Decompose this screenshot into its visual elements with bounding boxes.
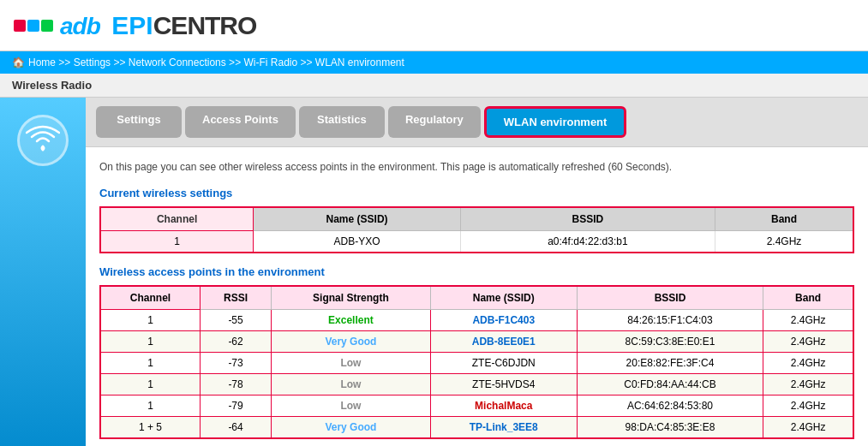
env-table-row: 1 -78 Low ZTE-5HVDS4 C0:FD:84:AA:44:CB 2… — [100, 374, 853, 395]
env-signal: Low — [272, 374, 431, 395]
logo-squares — [14, 20, 53, 32]
env-table-row: 1 -79 Low MichalMaca AC:64:62:84:53:80 2… — [100, 395, 853, 417]
env-table-row: 1 -62 Very Good ADB-8EE0E1 8C:59:C3:8E:E… — [100, 331, 853, 353]
section-title: Wireless Radio — [0, 74, 868, 98]
env-name: TP-Link_3EE8 — [430, 417, 577, 439]
current-col-name: Name (SSID) — [254, 207, 461, 231]
env-table-row: 1 -55 Excellent ADB-F1C403 84:26:15:F1:C… — [100, 310, 853, 331]
current-band: 2.4GHz — [715, 231, 853, 253]
tab-statistics[interactable]: Statistics — [299, 106, 385, 138]
env-rssi: -78 — [201, 374, 272, 395]
env-signal: Very Good — [272, 417, 431, 439]
env-col-rssi: RSSI — [201, 286, 272, 310]
current-col-bssid: BSSID — [460, 207, 715, 231]
logo-sq-green — [41, 20, 53, 32]
env-rssi: -79 — [201, 395, 272, 417]
env-rssi: -73 — [201, 353, 272, 374]
logo: adb EPICENTRO — [14, 11, 256, 40]
environment-title: Wireless access points in the environmen… — [99, 265, 854, 278]
env-col-channel: Channel — [100, 286, 201, 310]
header: adb EPICENTRO — [0, 0, 868, 51]
env-bssid: 8C:59:C3:8E:E0:E1 — [577, 331, 763, 353]
env-bssid: C0:FD:84:AA:44:CB — [577, 374, 763, 395]
current-channel: 1 — [100, 231, 254, 253]
env-table-row: 1 -73 Low ZTE-C6DJDN 20:E8:82:FE:3F:C4 2… — [100, 353, 853, 374]
env-bssid: 20:E8:82:FE:3F:C4 — [577, 353, 763, 374]
content-area: Settings Access Points Statistics Regula… — [86, 98, 868, 446]
home-icon: 🏠 — [12, 56, 25, 68]
tab-settings[interactable]: Settings — [96, 106, 182, 138]
env-col-bssid: BSSID — [577, 286, 763, 310]
env-name: ZTE-C6DJDN — [430, 353, 577, 374]
env-channel: 1 — [100, 353, 201, 374]
breadcrumb: 🏠 Home >> Settings >> Network Connection… — [0, 51, 868, 74]
breadcrumb-text: Home >> Settings >> Network Connections … — [28, 56, 404, 68]
env-col-signal: Signal Strength — [272, 286, 431, 310]
env-band: 2.4GHz — [763, 353, 853, 374]
env-channel: 1 + 5 — [100, 417, 201, 439]
env-name: ADB-8EE0E1 — [430, 331, 577, 353]
env-signal: Excellent — [272, 310, 431, 331]
wifi-symbol — [26, 122, 60, 159]
tab-bar: Settings Access Points Statistics Regula… — [86, 98, 868, 147]
tab-regulatory[interactable]: Regulatory — [388, 106, 481, 138]
page-description: On this page you can see other wireless … — [99, 159, 854, 175]
inner-content: On this page you can see other wireless … — [86, 147, 868, 446]
wifi-icon-container — [17, 115, 69, 166]
env-signal: Low — [272, 395, 431, 417]
env-band: 2.4GHz — [763, 374, 853, 395]
env-channel: 1 — [100, 331, 201, 353]
env-band: 2.4GHz — [763, 417, 853, 439]
env-band: 2.4GHz — [763, 331, 853, 353]
env-rssi: -62 — [201, 331, 272, 353]
env-bssid: 84:26:15:F1:C4:03 — [577, 310, 763, 331]
logo-sq-red — [14, 20, 26, 32]
env-name: ADB-F1C403 — [430, 310, 577, 331]
current-col-band: Band — [715, 207, 853, 231]
current-settings-table: Channel Name (SSID) BSSID Band 1 ADB-YXO… — [99, 206, 854, 253]
env-bssid: 98:DA:C4:85:3E:E8 — [577, 417, 763, 439]
env-name: ZTE-5HVDS4 — [430, 374, 577, 395]
current-settings-title: Current wireless settings — [99, 187, 854, 199]
env-signal: Low — [272, 353, 431, 374]
env-rssi: -55 — [201, 310, 272, 331]
current-settings-row: 1 ADB-YXO a0:4f:d4:22:d3:b1 2.4GHz — [100, 231, 853, 253]
env-channel: 1 — [100, 310, 201, 331]
env-band: 2.4GHz — [763, 310, 853, 331]
current-col-channel: Channel — [100, 207, 254, 231]
logo-sq-blue — [27, 20, 39, 32]
tab-wlan-environment[interactable]: WLAN environment — [484, 106, 627, 138]
env-channel: 1 — [100, 395, 201, 417]
main-content: Settings Access Points Statistics Regula… — [0, 98, 868, 446]
env-rssi: -64 — [201, 417, 272, 439]
current-bssid: a0:4f:d4:22:d3:b1 — [460, 231, 715, 253]
sidebar — [0, 98, 86, 446]
env-col-band: Band — [763, 286, 853, 310]
section-title-text: Wireless Radio — [12, 79, 92, 92]
tab-access-points[interactable]: Access Points — [185, 106, 296, 138]
svg-point-0 — [41, 146, 45, 150]
env-name: MichalMaca — [430, 395, 577, 417]
env-bssid: AC:64:62:84:53:80 — [577, 395, 763, 417]
env-col-name: Name (SSID) — [430, 286, 577, 310]
env-signal: Very Good — [272, 331, 431, 353]
current-name: ADB-YXO — [254, 231, 461, 253]
environment-table: Channel RSSI Signal Strength Name (SSID)… — [99, 285, 854, 439]
env-channel: 1 — [100, 374, 201, 395]
env-table-row: 1 + 5 -64 Very Good TP-Link_3EE8 98:DA:C… — [100, 417, 853, 439]
logo-text: adb EPICENTRO — [60, 11, 256, 40]
env-band: 2.4GHz — [763, 395, 853, 417]
